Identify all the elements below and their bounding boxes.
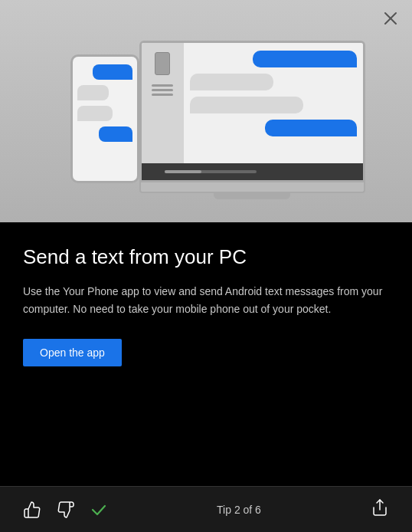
- phone-chat-bubble: [77, 85, 110, 100]
- close-button[interactable]: [380, 8, 401, 29]
- laptop-menu-lines: [152, 84, 173, 96]
- laptop-chat-bubble: [190, 74, 273, 90]
- phone-chat-bubble: [99, 126, 132, 142]
- laptop-illustration: [139, 41, 365, 198]
- phone-chat-bubble: [77, 106, 113, 121]
- thumbs-down-button[interactable]: [57, 501, 75, 519]
- phone-chat-bubble: [93, 64, 132, 80]
- thumbs-up-button[interactable]: [23, 501, 41, 519]
- illustration-area: [0, 0, 412, 222]
- laptop-base: [139, 182, 365, 193]
- laptop-chat-bubble: [253, 51, 356, 67]
- share-button[interactable]: [371, 498, 389, 521]
- device-container: [0, 0, 412, 222]
- page-title: Send a text from your PC: [23, 245, 389, 269]
- footer-left-icons: [23, 501, 107, 519]
- description-text: Use the Your Phone app to view and send …: [23, 283, 389, 317]
- laptop-chat-content: [184, 43, 363, 163]
- open-app-button[interactable]: Open the app: [23, 339, 122, 366]
- content-area: Send a text from your PC Use the Your Ph…: [0, 222, 412, 382]
- laptop-chat-bubble: [265, 120, 357, 136]
- phone-illustration: [70, 54, 139, 183]
- laptop-stand: [214, 193, 290, 199]
- check-icon: [90, 501, 107, 518]
- laptop-taskbar: [142, 163, 363, 180]
- footer: Tip 2 of 6: [0, 486, 412, 532]
- laptop-chat-bubble: [190, 97, 303, 113]
- tip-counter: Tip 2 of 6: [217, 504, 261, 516]
- laptop-phone-icon: [155, 52, 170, 75]
